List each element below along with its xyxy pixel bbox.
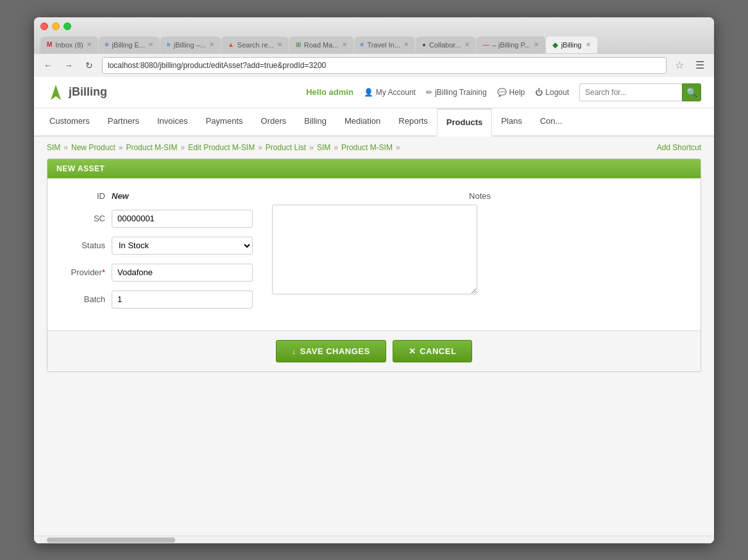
id-label: ID — [60, 191, 112, 201]
close-button[interactable] — [40, 22, 48, 30]
breadcrumb-sep-7: » — [396, 143, 400, 152]
batch-input[interactable] — [112, 291, 253, 309]
training-icon: ✏ — [426, 88, 432, 97]
nav-partners[interactable]: Partners — [99, 108, 148, 135]
gmail-icon: M — [47, 41, 52, 48]
provider-input[interactable] — [112, 264, 253, 282]
tab-label: Search re... — [237, 41, 274, 49]
tab-label: Collabor... — [429, 41, 461, 49]
nav-plans[interactable]: Plans — [492, 108, 531, 135]
tab-gmail[interactable]: M Inbox (8) ✕ — [40, 37, 98, 53]
form-panel: NEW ASSET ID New SC Status — [47, 158, 701, 372]
nav-con[interactable]: Con... — [531, 108, 572, 135]
cancel-button[interactable]: ✕ CANCEL — [393, 340, 473, 362]
help-icon: 💬 — [497, 88, 507, 97]
status-select[interactable]: In Stock Reserved Sold — [112, 237, 253, 255]
tab-close-icon[interactable]: ✕ — [148, 41, 153, 48]
tab-label: jBilling — [561, 41, 582, 49]
tab-label: jBilling E... — [112, 41, 145, 49]
tab-jbilling-dash[interactable]: ≡ jBilling –... ✕ — [160, 37, 221, 53]
nav-customers[interactable]: Customers — [40, 108, 99, 135]
breadcrumb-edit-product[interactable]: Edit Product M-SIM — [188, 143, 255, 152]
nav-orders[interactable]: Orders — [252, 108, 296, 135]
nav-invoices[interactable]: Invoices — [148, 108, 197, 135]
tab-close-icon[interactable]: ✕ — [277, 41, 282, 48]
reload-button[interactable]: ↻ — [81, 58, 97, 73]
breadcrumb-product-msim-2[interactable]: Product M-SIM — [341, 143, 393, 152]
sc-label: SC — [60, 214, 112, 223]
scroll-thumb[interactable] — [47, 538, 175, 543]
my-account-link[interactable]: 👤 My Account — [364, 88, 416, 97]
form-right: Notes — [272, 191, 688, 318]
tab-close-icon[interactable]: ✕ — [404, 41, 409, 48]
address-bar[interactable] — [102, 57, 667, 74]
nav-mediation[interactable]: Mediation — [336, 108, 389, 135]
navigation-bar: ← → ↻ ☆ ☰ — [34, 53, 714, 77]
tab-travel[interactable]: ≡ Travel In... ✕ — [354, 37, 415, 53]
notes-textarea[interactable] — [272, 205, 477, 294]
save-changes-button[interactable]: ↓ SAVE CHANGES — [276, 340, 386, 362]
logout-icon: ⏻ — [535, 88, 543, 97]
provider-label: Provider — [60, 267, 112, 277]
scroll-area — [34, 536, 714, 543]
main-nav: Customers Partners Invoices Payments Ord… — [34, 108, 714, 137]
nav-payments[interactable]: Payments — [197, 108, 252, 135]
status-label: Status — [60, 241, 112, 250]
breadcrumb-sep-3: » — [180, 143, 185, 152]
tab-jbilling-p[interactable]: — – jBilling P... ✕ — [477, 37, 545, 53]
tab-close-icon[interactable]: ✕ — [464, 41, 470, 48]
minimize-button[interactable] — [52, 22, 60, 30]
breadcrumb-product-msim[interactable]: Product M-SIM — [126, 143, 177, 152]
nav-products[interactable]: Products — [437, 108, 492, 137]
breadcrumb: SIM » New Product » Product M-SIM » Edit… — [34, 137, 714, 158]
tab-search[interactable]: ▲ Search re... ✕ — [221, 37, 289, 53]
travel-tab-icon: ≡ — [361, 41, 364, 48]
menu-icon[interactable]: ☰ — [692, 58, 708, 73]
nav-billing[interactable]: Billing — [295, 108, 336, 135]
breadcrumb-new-product[interactable]: New Product — [71, 143, 115, 152]
breadcrumb-sim-2[interactable]: SIM — [317, 143, 330, 152]
batch-label: Batch — [60, 294, 112, 304]
training-link[interactable]: ✏ jBilling Training — [426, 88, 487, 97]
save-label: SAVE CHANGES — [300, 346, 370, 356]
nav-reports[interactable]: Reports — [389, 108, 437, 135]
batch-row: Batch — [60, 291, 253, 309]
breadcrumb-sep-4: » — [258, 143, 262, 152]
tab-close-icon[interactable]: ✕ — [586, 41, 591, 48]
forward-button[interactable]: → — [61, 58, 76, 73]
breadcrumb-sim[interactable]: SIM — [47, 143, 60, 152]
add-shortcut-link[interactable]: Add Shortcut — [657, 143, 701, 152]
sc-input[interactable] — [112, 210, 253, 228]
tab-jbilling-e[interactable]: ≡ jBilling E... ✕ — [99, 37, 160, 53]
browser-window: M Inbox (8) ✕ ≡ jBilling E... ✕ ≡ jBilli… — [34, 17, 714, 543]
breadcrumb-sep-5: » — [309, 143, 314, 152]
person-icon: 👤 — [364, 88, 373, 97]
search-button[interactable]: 🔍 — [682, 83, 701, 101]
road-tab-icon: ⊞ — [296, 41, 301, 48]
tab-jbilling-active[interactable]: ◆ jBilling ✕ — [546, 37, 597, 53]
save-icon: ↓ — [292, 346, 296, 356]
tab-road[interactable]: ⊞ Road Ma... ✕ — [289, 37, 353, 53]
breadcrumb-product-list[interactable]: Product List — [266, 143, 306, 152]
tab-close-icon[interactable]: ✕ — [534, 41, 539, 48]
app-content: jBilling Hello admin 👤 My Account ✏ jBil… — [34, 77, 714, 543]
notes-label: Notes — [272, 191, 688, 201]
panel-header: NEW ASSET — [47, 159, 701, 178]
back-button[interactable]: ← — [40, 58, 56, 73]
form-actions: ↓ SAVE CHANGES ✕ CANCEL — [47, 330, 701, 371]
tab-close-icon[interactable]: ✕ — [87, 41, 92, 48]
bookmark-icon[interactable]: ☆ — [672, 58, 687, 73]
maximize-button[interactable] — [64, 22, 71, 30]
search-input[interactable] — [579, 83, 682, 101]
tab-close-icon[interactable]: ✕ — [209, 41, 214, 48]
tab-collab[interactable]: ● Collabor... ✕ — [416, 37, 476, 53]
help-link[interactable]: 💬 Help — [497, 88, 525, 97]
tab-close-icon[interactable]: ✕ — [342, 41, 347, 48]
provider-row: Provider — [60, 264, 253, 282]
tab-label: Road Ma... — [304, 41, 339, 49]
logout-link[interactable]: ⏻ Logout — [535, 88, 569, 97]
svg-marker-0 — [51, 85, 61, 100]
tab-icon-2: ≡ — [105, 41, 109, 48]
app-header-links: Hello admin 👤 My Account ✏ jBilling Trai… — [306, 83, 701, 101]
panel-title: NEW ASSET — [56, 164, 105, 173]
